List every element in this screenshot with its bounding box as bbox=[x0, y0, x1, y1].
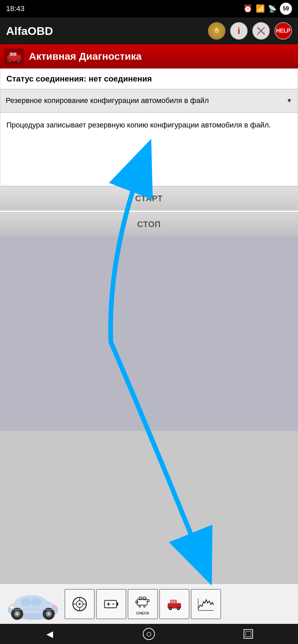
svg-point-18 bbox=[16, 612, 18, 615]
time-display: 18:43 bbox=[6, 4, 25, 13]
alarm-icon: ⏰ bbox=[243, 4, 252, 13]
svg-rect-43 bbox=[144, 605, 145, 607]
start-button[interactable]: СТАРТ bbox=[0, 186, 298, 211]
svg-rect-9 bbox=[10, 53, 13, 56]
svg-rect-10 bbox=[13, 53, 16, 56]
empty-area bbox=[0, 236, 298, 431]
status-bar: 18:43 ⏰ 📶 📡 59 bbox=[0, 0, 298, 17]
svg-point-22 bbox=[10, 606, 14, 608]
status-icons: ⏰ 📶 📡 59 bbox=[243, 3, 292, 15]
app-title: AlfaOBD bbox=[6, 24, 53, 38]
toolbar-icons: i HELP bbox=[208, 22, 292, 40]
svg-point-27 bbox=[79, 603, 81, 605]
graph-tab[interactable] bbox=[191, 589, 221, 619]
diag-title: Активная Диагностика bbox=[29, 51, 141, 62]
main-content: Статус соединения: нет соединения Резерв… bbox=[0, 68, 298, 236]
signal-icon: 📡 bbox=[268, 5, 276, 13]
procedure-dropdown[interactable]: Резервное копирование конфигурации автом… bbox=[0, 89, 298, 112]
svg-point-6 bbox=[9, 60, 11, 62]
svg-point-14 bbox=[21, 598, 32, 606]
svg-point-47 bbox=[170, 608, 171, 609]
svg-rect-50 bbox=[171, 600, 173, 603]
svg-rect-51 bbox=[173, 600, 175, 603]
svg-rect-24 bbox=[12, 609, 54, 610]
svg-rect-42 bbox=[139, 605, 140, 607]
svg-point-23 bbox=[52, 606, 56, 608]
description-text: Процедура записывает резервную копию кон… bbox=[6, 121, 271, 129]
recent-apps-button[interactable]: □ bbox=[238, 626, 258, 642]
procedure-description: Процедура записывает резервную копию кон… bbox=[0, 112, 298, 186]
svg-point-15 bbox=[31, 598, 42, 606]
wifi-icon: 📶 bbox=[256, 4, 265, 13]
back-button[interactable]: ◀ bbox=[40, 626, 60, 642]
tools-icon[interactable] bbox=[252, 22, 270, 40]
stop-button[interactable]: СТОП bbox=[0, 212, 298, 236]
tire-pressure-tab[interactable] bbox=[65, 589, 95, 619]
title-bar: AlfaOBD i HELP bbox=[0, 17, 298, 44]
dropdown-arrow-icon: ▼ bbox=[286, 97, 292, 104]
svg-point-8 bbox=[18, 60, 19, 62]
car-icon bbox=[4, 48, 24, 64]
car-diagnostic-tab[interactable] bbox=[159, 589, 189, 619]
diag-header: Активная Диагностика bbox=[0, 44, 298, 68]
battery-indicator: 59 bbox=[280, 3, 292, 15]
svg-rect-33 bbox=[117, 602, 118, 606]
info-icon[interactable]: i bbox=[230, 22, 248, 40]
svg-rect-40 bbox=[147, 600, 149, 602]
help-icon[interactable]: HELP bbox=[274, 22, 292, 40]
check-label: CHECK bbox=[136, 611, 149, 615]
bottom-tab-bar: CHECK bbox=[0, 584, 298, 624]
navigation-bar: ◀ ○ □ bbox=[0, 624, 298, 644]
home-button[interactable]: ○ bbox=[139, 626, 159, 642]
svg-point-21 bbox=[47, 612, 50, 615]
car-large-icon bbox=[3, 586, 63, 623]
battery-tab[interactable] bbox=[96, 589, 126, 619]
dropdown-label: Резервное копирование конфигурации автом… bbox=[6, 96, 209, 106]
settings-icon[interactable] bbox=[208, 22, 225, 40]
svg-rect-32 bbox=[104, 600, 117, 608]
svg-point-49 bbox=[178, 608, 179, 609]
connection-status: Статус соединения: нет соединения bbox=[0, 68, 298, 89]
check-engine-tab[interactable]: CHECK bbox=[128, 589, 158, 619]
